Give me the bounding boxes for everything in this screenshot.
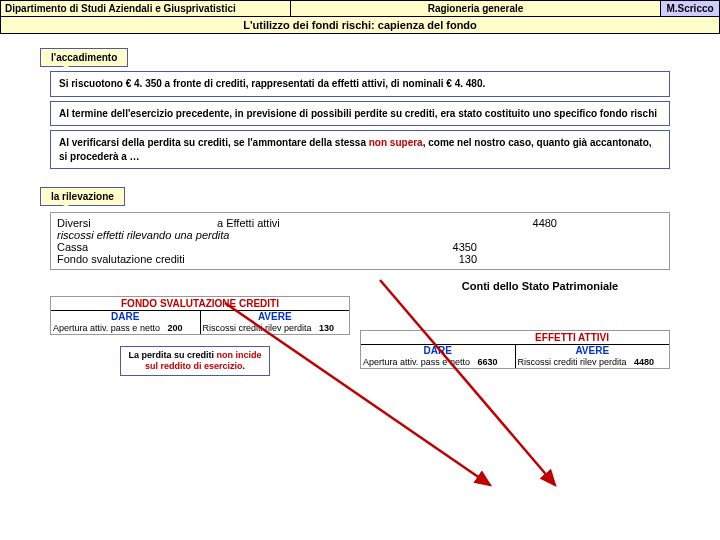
slide-title: L'utilizzo dei fondi rischi: capienza de… <box>0 17 720 34</box>
j-r1-c: 4480 <box>477 217 557 229</box>
box-verifica-perdita: Al verificarsi della perdita su crediti,… <box>50 130 670 169</box>
j-r3-acct: Cassa <box>57 241 217 253</box>
t2-avere-hdr: AVERE <box>516 345 670 356</box>
j-r2-desc: riscossi effetti rilevando una perdita <box>57 229 229 241</box>
t2-dl: Apertura attiv. pass e netto <box>363 357 470 367</box>
tacct-effetti: EFFETTI ATTIVI DAREAVERE Apertura attiv.… <box>360 330 670 369</box>
callout-a: La perdita su crediti <box>128 350 216 360</box>
journal-entry: Diversi a Effetti attivi 4480 riscossi e… <box>50 212 670 270</box>
t1-avere-hdr: AVERE <box>201 311 350 322</box>
t1-dv: 200 <box>167 323 182 333</box>
box-esercizio-precedente: Al termine dell'esercizio precedente, in… <box>50 101 670 127</box>
header-author: M.Scricco <box>661 1 719 16</box>
tag-rilevazione: la rilevazione <box>40 187 125 206</box>
t1-dl: Apertura attiv. pass e netto <box>53 323 160 333</box>
box3-text-a: Al verificarsi della perdita su crediti,… <box>59 137 369 148</box>
t2-dv: 6630 <box>477 357 497 367</box>
svg-line-1 <box>380 280 555 485</box>
header-course: Ragioneria generale <box>291 1 661 16</box>
section-stato-patrimoniale: Conti dello Stato Patrimoniale <box>360 280 720 292</box>
tacct-fondo: FONDO SVALUTAZIONE CREDITI DAREAVERE Ape… <box>50 296 350 335</box>
t1-al: Riscossi crediti rilev perdita <box>203 323 312 333</box>
callout-c: . <box>243 361 246 371</box>
j-r1-d <box>397 217 477 229</box>
t2-al: Riscossi crediti rilev perdita <box>518 357 627 367</box>
j-r4-d: 130 <box>397 253 477 265</box>
box-riscossione: Si riscuotono € 4. 350 a fronte di credi… <box>50 71 670 97</box>
t2-av: 4480 <box>634 357 654 367</box>
j-r4-acct: Fondo svalutazione crediti <box>57 253 257 265</box>
callout-perdita: La perdita su crediti non incide sul red… <box>120 346 270 376</box>
t1-dare-hdr: DARE <box>51 311 201 322</box>
t2-dare-hdr: DARE <box>361 345 516 356</box>
t1-av: 130 <box>319 323 334 333</box>
tag-accadimento: l'accadimento <box>40 48 128 67</box>
j-r1-to: a Effetti attivi <box>217 217 397 229</box>
box3-text-red: non supera <box>369 137 423 148</box>
t1-title: FONDO SVALUTAZIONE CREDITI <box>51 297 349 310</box>
j-r1-acct: Diversi <box>57 217 217 229</box>
header-dept: Dipartimento di Studi Aziendali e Giuspr… <box>1 1 291 16</box>
t2-title: EFFETTI ATTIVI <box>361 331 669 344</box>
j-r3-d: 4350 <box>397 241 477 253</box>
